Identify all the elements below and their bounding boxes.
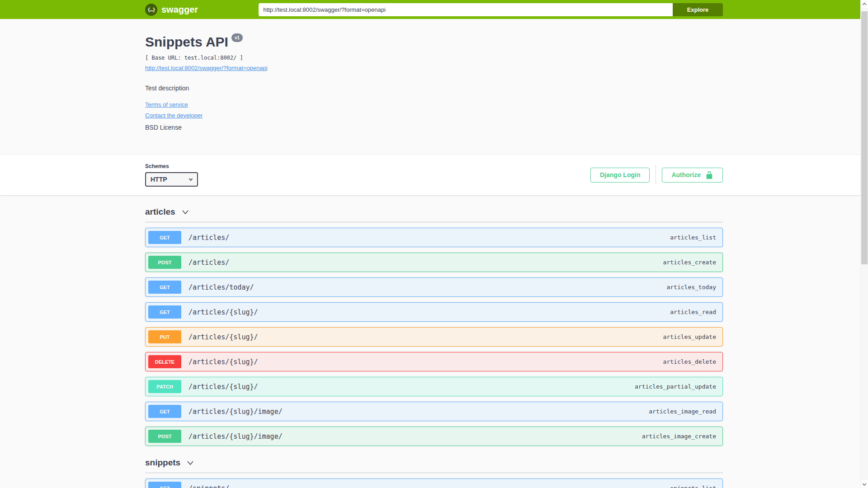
method-badge: GET	[148, 482, 181, 488]
schemes-block: Schemes HTTP	[145, 163, 198, 187]
operation-id: articles_create	[663, 259, 716, 266]
operation-row[interactable]: GET /snippets/ snippets_list	[145, 479, 723, 488]
tag-section: articles GET /articles/ articles_list PO…	[145, 207, 723, 446]
info-section: Snippets API v1 [ Base URL: test.local:8…	[0, 19, 868, 155]
schemes-label: Schemes	[145, 163, 198, 169]
operation-path: /articles/{slug}/	[189, 333, 258, 341]
unlock-icon	[705, 171, 713, 179]
spec-link[interactable]: http://test.local:8002/swagger/?format=o…	[145, 65, 268, 71]
api-description: Test description	[145, 84, 723, 92]
django-login-label: Django Login	[600, 171, 640, 178]
operation-path: /articles/{slug}/	[189, 358, 258, 366]
contact-developer-link[interactable]: Contact the developer	[145, 112, 203, 119]
brand-text: swagger	[161, 5, 198, 15]
chevron-down-icon	[181, 207, 190, 216]
operation-row[interactable]: GET /articles/{slug}/ articles_read	[145, 302, 723, 322]
operation-id: articles_list	[670, 234, 716, 241]
operation-id: articles_update	[663, 333, 716, 340]
operation-path: /articles/today/	[189, 283, 254, 291]
django-login-button[interactable]: Django Login	[590, 168, 650, 183]
operation-id: articles_image_read	[649, 408, 716, 415]
operation-row[interactable]: POST /articles/ articles_create	[145, 253, 723, 272]
operation-id: articles_image_create	[642, 433, 716, 440]
operation-row[interactable]: PUT /articles/{slug}/ articles_update	[145, 327, 723, 347]
swagger-logo-icon: {…}	[145, 4, 157, 16]
explore-button[interactable]: Explore	[673, 3, 723, 16]
tag-name: snippets	[145, 458, 180, 468]
scheme-select[interactable]: HTTP	[145, 172, 198, 187]
operation-path: /articles/{slug}/image/	[189, 408, 283, 416]
tag-header[interactable]: articles	[145, 207, 190, 217]
scrollbar-thumb[interactable]	[861, 11, 868, 264]
operation-row[interactable]: DELETE /articles/{slug}/ articles_delete	[145, 352, 723, 371]
scheme-bar: Schemes HTTP Django Login Authorize	[0, 155, 868, 195]
method-badge: GET	[148, 231, 181, 244]
operation-path: /articles/{slug}/image/	[189, 432, 283, 441]
method-badge: GET	[148, 281, 181, 294]
tag-name: articles	[145, 207, 175, 217]
tag-divider	[145, 222, 723, 222]
auth-wrapper: Django Login Authorize	[590, 165, 723, 185]
operation-list: GET /articles/ articles_list POST /artic…	[145, 228, 723, 446]
operation-path: /snippets/	[189, 484, 229, 488]
spec-url-form: Explore	[259, 3, 723, 16]
scrollbar-down-icon[interactable]	[861, 480, 868, 488]
scrollbar-up-icon[interactable]	[861, 0, 868, 8]
operation-id: articles_partial_update	[635, 383, 716, 390]
operation-row[interactable]: GET /articles/{slug}/image/ articles_ima…	[145, 402, 723, 421]
operation-path: /articles/{slug}/	[189, 308, 258, 316]
operation-list: GET /snippets/ snippets_list	[145, 479, 723, 488]
operation-id: articles_read	[670, 309, 716, 315]
license-text: BSD License	[145, 124, 723, 131]
spec-url-input[interactable]	[259, 3, 673, 16]
method-badge: POST	[148, 256, 181, 269]
operation-row[interactable]: POST /articles/{slug}/image/ articles_im…	[145, 427, 723, 446]
base-url-text: [ Base URL: test.local:8002/ ]	[145, 55, 723, 61]
operation-row[interactable]: GET /articles/ articles_list	[145, 228, 723, 247]
method-badge: POST	[148, 430, 181, 443]
tag-header[interactable]: snippets	[145, 458, 195, 468]
authorize-label: Authorize	[671, 171, 701, 178]
authorize-button[interactable]: Authorize	[662, 168, 723, 183]
operation-path: /articles/{slug}/	[189, 383, 258, 391]
page-title: Snippets API	[145, 35, 228, 49]
auth-divider	[656, 165, 656, 185]
operation-id: snippets_list	[670, 485, 716, 488]
chevron-down-icon	[186, 458, 195, 467]
operation-path: /articles/	[189, 258, 229, 267]
operation-id: articles_today	[666, 284, 716, 291]
operation-id: articles_delete	[663, 358, 716, 365]
method-badge: GET	[148, 405, 181, 418]
operations: articles GET /articles/ articles_list PO…	[145, 195, 723, 488]
tag-divider	[145, 473, 723, 473]
method-badge: GET	[148, 305, 181, 319]
version-badge: v1	[231, 33, 243, 42]
scrollbar[interactable]	[860, 0, 868, 488]
operation-path: /articles/	[189, 234, 229, 242]
method-badge: PUT	[148, 330, 181, 343]
method-badge: DELETE	[148, 355, 181, 368]
swagger-brand[interactable]: {…} swagger	[145, 4, 198, 16]
tag-section: snippets GET /snippets/ snippets_list	[145, 458, 723, 488]
topbar: {…} swagger Explore	[0, 0, 868, 19]
operation-row[interactable]: GET /articles/today/ articles_today	[145, 277, 723, 297]
method-badge: PATCH	[148, 380, 181, 393]
terms-of-service-link[interactable]: Terms of service	[145, 101, 188, 108]
operation-row[interactable]: PATCH /articles/{slug}/ articles_partial…	[145, 377, 723, 396]
